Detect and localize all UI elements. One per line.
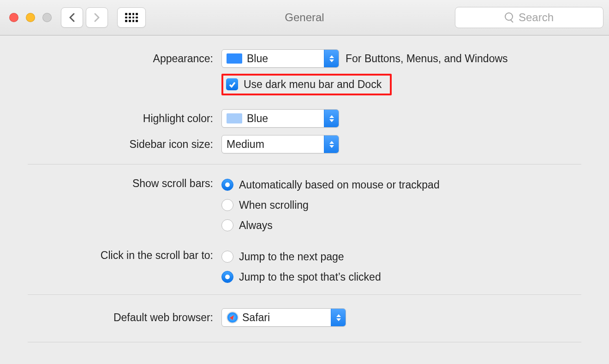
click-scroll-radio-next[interactable] (221, 251, 233, 263)
default-browser-value: Safari (242, 311, 270, 324)
minimize-window-button[interactable] (26, 13, 35, 22)
separator (28, 294, 581, 295)
default-browser-popup[interactable]: Safari (221, 308, 346, 327)
zoom-window-button (42, 13, 52, 22)
default-browser-row: Default web browser: Safari (28, 306, 581, 329)
click-scroll-label: Click in the scroll bar to: (28, 247, 221, 262)
grid-icon (125, 13, 138, 22)
chevron-right-icon (94, 13, 100, 22)
scrollbars-row: Show scroll bars: Automatically based on… (28, 176, 581, 235)
popup-arrows-icon (324, 135, 339, 153)
appearance-value: Blue (247, 53, 268, 65)
forward-button[interactable] (86, 7, 108, 28)
separator (28, 164, 581, 164)
appearance-popup[interactable]: Blue (221, 49, 339, 68)
scrollbars-option-always: Always (239, 219, 273, 232)
highlight-swatch (227, 113, 242, 123)
scrollbars-radio-auto[interactable] (221, 179, 233, 191)
close-window-button[interactable] (9, 13, 18, 22)
search-placeholder: Search (519, 11, 554, 24)
dark-mode-label: Use dark menu bar and Dock (244, 78, 382, 91)
show-all-button[interactable] (117, 7, 146, 28)
safari-icon (227, 311, 239, 323)
window-controls (9, 13, 52, 22)
search-field[interactable]: Search (455, 7, 603, 28)
chevron-left-icon (69, 13, 75, 22)
appearance-swatch (227, 53, 242, 64)
back-button[interactable] (61, 7, 83, 28)
appearance-label: Appearance: (28, 53, 221, 65)
window-title: General (285, 11, 324, 24)
check-icon (228, 81, 236, 88)
sidebar-icon-popup[interactable]: Medium (221, 135, 339, 153)
click-scroll-option-spot: Jump to the spot that’s clicked (239, 271, 381, 283)
popup-arrows-icon (331, 309, 346, 326)
sidebar-icon-label: Sidebar icon size: (28, 138, 221, 151)
sidebar-icon-row: Sidebar icon size: Medium (28, 133, 581, 156)
dark-mode-checkbox[interactable] (226, 78, 238, 90)
scrollbars-radio-always[interactable] (221, 219, 233, 231)
appearance-hint: For Buttons, Menus, and Windows (346, 53, 508, 65)
search-icon (505, 12, 515, 23)
default-browser-label: Default web browser: (28, 311, 221, 324)
highlight-popup[interactable]: Blue (221, 109, 339, 128)
separator (28, 342, 581, 342)
highlight-row: Highlight color: Blue (28, 107, 581, 130)
scrollbars-option-scrolling: When scrolling (239, 199, 309, 211)
click-scroll-row: Click in the scroll bar to: Jump to the … (28, 247, 581, 286)
highlight-value: Blue (247, 112, 268, 125)
highlight-label: Highlight color: (28, 112, 221, 125)
popup-arrows-icon (324, 110, 339, 127)
titlebar: General Search (0, 0, 609, 35)
appearance-row: Appearance: Blue For Buttons, Menus, and… (28, 47, 581, 70)
scrollbars-radio-scrolling[interactable] (221, 199, 233, 211)
scrollbars-label: Show scroll bars: (28, 176, 221, 190)
scrollbars-option-auto: Automatically based on mouse or trackpad (239, 179, 440, 191)
nav-buttons (61, 7, 146, 28)
dark-mode-row: Use dark menu bar and Dock (28, 73, 581, 96)
sidebar-icon-value: Medium (227, 138, 264, 151)
click-scroll-radio-group: Jump to the next page Jump to the spot t… (221, 247, 381, 286)
preferences-content: Appearance: Blue For Buttons, Menus, and… (0, 35, 609, 342)
scrollbars-radio-group: Automatically based on mouse or trackpad… (221, 176, 440, 235)
click-scroll-radio-spot[interactable] (221, 271, 233, 283)
dark-mode-highlight: Use dark menu bar and Dock (221, 74, 392, 95)
click-scroll-option-next: Jump to the next page (239, 251, 344, 263)
popup-arrows-icon (324, 50, 339, 67)
